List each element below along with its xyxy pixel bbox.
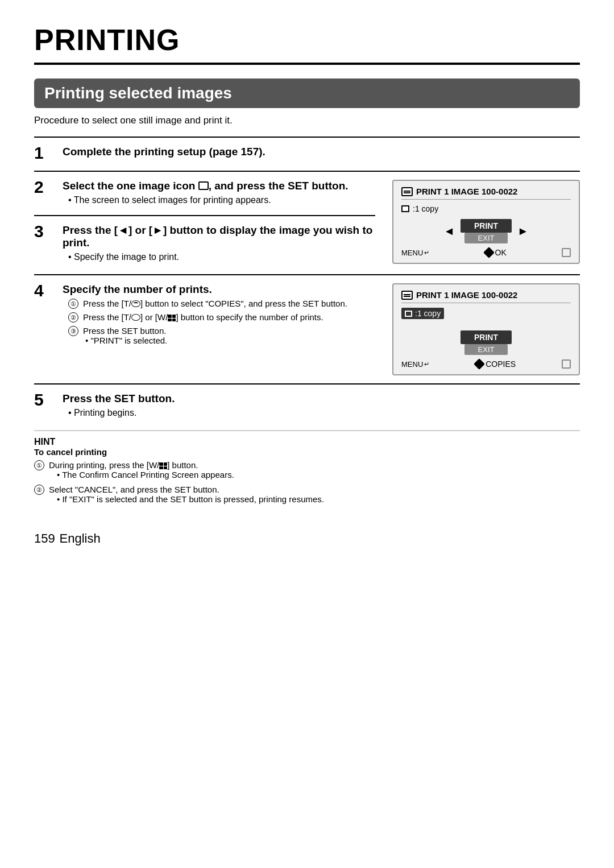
cam-print-btn-2: PRINT <box>460 330 512 344</box>
step-4-left: 4 Specify the number of prints. ① Press … <box>34 283 375 351</box>
hint-item-2-sub: If "EXIT" is selected and the SET button… <box>57 494 324 504</box>
circle-2: ② <box>68 312 78 323</box>
step-2-bullets: The screen to select images for printing… <box>68 195 375 205</box>
cam-copies-bottom-2: COPIES <box>475 359 516 369</box>
page-footer: 159 English <box>34 528 580 547</box>
cam-panel-1-title-row: PRINT 1 IMAGE 100-0022 <box>401 187 571 200</box>
camera-panel-2: PRINT 1 IMAGE 100-0022 :1 copy PRINT EXI… <box>392 283 580 375</box>
step-5-bullets: Printing begins. <box>68 408 580 418</box>
cam-exit-btn-2: EXIT <box>464 344 508 355</box>
print-icon-1 <box>401 187 413 196</box>
menu-return-2: ↵ <box>424 361 429 368</box>
hint-item-2-text: Select "CANCEL", and press the SET butto… <box>49 485 324 506</box>
cam-panel-1-copies: :1 copy <box>401 204 571 213</box>
cam-panel-2-copies-label: :1 copy <box>415 309 441 318</box>
step-num-1: 1 <box>34 143 63 163</box>
diamond-icon-2 <box>474 358 485 370</box>
section-heading: Printing selected images <box>34 78 580 108</box>
cam-menu-1: MENU ↵ <box>401 249 429 257</box>
cam-square-2 <box>562 359 571 369</box>
menu-label-1: MENU <box>401 249 423 257</box>
step-divider-5 <box>34 383 580 385</box>
camera-panel-1: PRINT 1 IMAGE 100-0022 :1 copy ◄ PRINT E… <box>392 180 580 264</box>
copies-icon-2 <box>405 311 412 317</box>
hint-item-1-text: During printing, press the [W/] button. … <box>49 460 234 481</box>
step-1-title: Complete the printing setup (page 157). <box>63 146 580 158</box>
hint-item-2: ② Select "CANCEL", and press the SET but… <box>34 485 580 506</box>
step-4: 4 Specify the number of prints. ① Press … <box>34 283 580 375</box>
step-num-2: 2 <box>34 177 63 197</box>
step-num-5: 5 <box>34 390 63 410</box>
copies-label-2: COPIES <box>486 359 516 369</box>
step-3-title: Press the [◄] or [►] button to display t… <box>63 224 375 249</box>
diamond-icon-1 <box>483 247 495 258</box>
step-1: 1 Complete the printing setup (page 157)… <box>34 146 580 163</box>
ok-label-1: OK <box>495 248 507 257</box>
step-4-sub-steps: ① Press the [T/] button to select "COPIE… <box>68 299 375 345</box>
hint-item-1-sub: The Confirm Cancel Printing Screen appea… <box>57 470 234 480</box>
subtitle: Procedure to select one still image and … <box>34 115 580 126</box>
step-2-title: Select the one image icon , and press th… <box>63 180 375 192</box>
step-3-content: Press the [◄] or [►] button to display t… <box>63 224 375 264</box>
grid-icon-2 <box>168 315 176 321</box>
print-icon-2 <box>401 291 413 300</box>
panel-step-4: PRINT 1 IMAGE 100-0022 :1 copy PRINT EXI… <box>392 283 580 375</box>
step-5-bullet-1: Printing begins. <box>68 408 580 418</box>
step-divider-1 <box>34 137 580 138</box>
copies-icon-1 <box>401 205 409 212</box>
hint-body: ① During printing, press the [W/] button… <box>34 460 580 506</box>
cam-panel-1-title: PRINT 1 IMAGE 100-0022 <box>416 187 517 196</box>
step-1-content: Complete the printing setup (page 157). <box>63 146 580 161</box>
step-num-4: 4 <box>34 281 63 300</box>
step-2-left: 2 Select the one image icon , and press … <box>34 180 375 266</box>
step-4-title: Specify the number of prints. <box>63 283 375 296</box>
right-arrow-1: ► <box>517 225 529 238</box>
hint-title: HINT <box>34 437 580 447</box>
page-num: 159 <box>34 531 55 545</box>
step-2-content: Select the one image icon , and press th… <box>63 180 375 207</box>
hint-section: HINT To cancel printing ① During printin… <box>34 430 580 506</box>
left-arrow-1: ◄ <box>443 225 455 238</box>
step-4-sub-2-text: Press the [T/] or [W/] button to specify… <box>83 312 323 323</box>
step-3-bullet-1: Specify the image to print. <box>68 252 375 262</box>
step-4-sub-1-text: Press the [T/] button to select "COPIES"… <box>83 299 347 309</box>
step-divider-2 <box>34 171 580 172</box>
cam-panel-2-copies-row: :1 copy <box>401 308 571 325</box>
step-4-content: Specify the number of prints. ① Press th… <box>63 283 375 349</box>
step-num-3: 3 <box>34 222 63 241</box>
step-4-sub-3-text: Press the SET button.• "PRINT" is select… <box>83 326 167 345</box>
cam-panel-2-title-row: PRINT 1 IMAGE 100-0022 <box>401 290 571 303</box>
cam-panel-1-copies-label: :1 copy <box>413 204 438 213</box>
panel-step-2: PRINT 1 IMAGE 100-0022 :1 copy ◄ PRINT E… <box>392 180 580 264</box>
hint-item-2-sub-1: If "EXIT" is selected and the SET button… <box>57 494 324 504</box>
cam-btn-group-2: PRINT EXIT <box>401 330 571 355</box>
step-3-bullets: Specify the image to print. <box>68 252 375 262</box>
step-2: 2 Select the one image icon , and press … <box>34 180 580 266</box>
cam-square-1 <box>562 248 571 257</box>
grid-icon-hint <box>159 462 167 469</box>
hint-circle-2: ② <box>34 485 44 495</box>
step-4-sub-1: ① Press the [T/] button to select "COPIE… <box>68 299 375 309</box>
step-divider-4 <box>34 274 580 275</box>
step-5-content: Press the SET button. Printing begins. <box>63 392 580 420</box>
hint-item-1-sub-1: The Confirm Cancel Printing Screen appea… <box>57 470 234 480</box>
menu-label-2: MENU <box>401 360 423 369</box>
step-4-sub-2: ② Press the [T/] or [W/] button to speci… <box>68 312 375 323</box>
menu-return-1: ↵ <box>424 249 429 257</box>
cam-panel-1-bottom: MENU ↵ OK <box>401 248 571 257</box>
cam-exit-btn-1: EXIT <box>464 233 508 243</box>
step-2-bullet-1: The screen to select images for printing… <box>68 195 375 205</box>
hint-subtitle: To cancel printing <box>34 447 580 457</box>
step-5: 5 Press the SET button. Printing begins. <box>34 392 580 420</box>
cam-btn-group-1: PRINT EXIT <box>460 219 512 243</box>
circle-1: ① <box>68 299 78 309</box>
main-title: PRINTING <box>34 23 580 65</box>
step-4-sub-3: ③ Press the SET button.• "PRINT" is sele… <box>68 326 375 345</box>
step-divider-3 <box>34 215 375 216</box>
cam-copies-highlight: :1 copy <box>401 308 444 319</box>
cam-menu-2: MENU ↵ <box>401 360 429 369</box>
cam-panel-1-nav: ◄ PRINT EXIT ► <box>401 219 571 243</box>
circle-3: ③ <box>68 326 78 336</box>
cam-ok-1: OK <box>485 248 507 257</box>
hint-circle-1: ① <box>34 460 44 470</box>
